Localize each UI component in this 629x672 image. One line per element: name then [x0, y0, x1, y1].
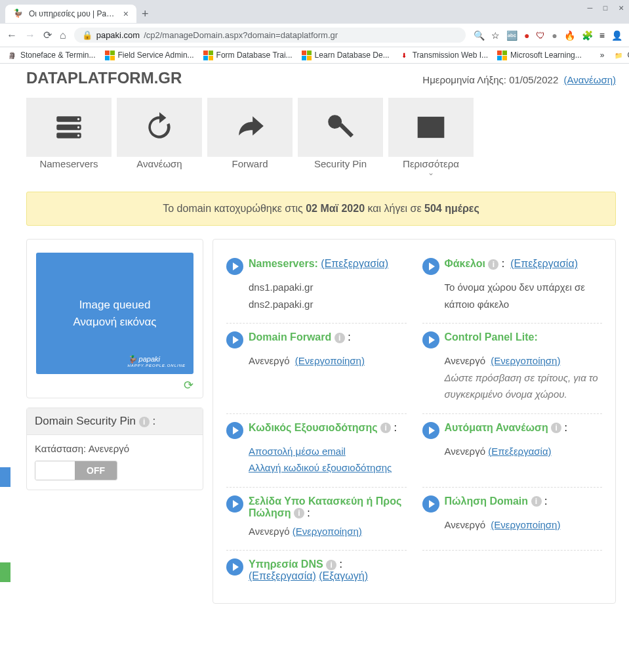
- microsoft-icon: [203, 51, 213, 60]
- info-icon[interactable]: i: [488, 259, 498, 270]
- security-pin-box: Domain Security Pin i : Κατάσταση: Ανενε…: [26, 408, 203, 490]
- sell-domain-setting: Πώληση Domain i : Ανενεργό (Ενεργοποίηση…: [422, 488, 603, 551]
- arrow-icon: [226, 495, 243, 513]
- extension1-icon[interactable]: ●: [524, 30, 529, 41]
- auth-code-setting: Κωδικός Εξουσιοδότησης i : Αποστολή μέσω…: [226, 414, 407, 488]
- action-label: Security Pin: [298, 158, 383, 176]
- change-auth-code-link[interactable]: Αλλαγή κωδικού εξουσιοδότησης: [249, 462, 392, 473]
- renew-tile[interactable]: [117, 98, 202, 157]
- action-label: Nameservers: [26, 158, 112, 176]
- arrow-icon: [422, 258, 439, 275]
- browser-tab[interactable]: 🦆 Οι υπηρεσίες μου | Papaki Contr... ×: [5, 5, 136, 23]
- svg-point-3: [77, 118, 79, 120]
- refresh-preview-icon[interactable]: ⟳: [27, 378, 203, 392]
- enable-forward-link[interactable]: (Ενεργοποίηση): [295, 355, 365, 366]
- enable-construction-link[interactable]: (Ενεργοποίηση): [293, 526, 362, 537]
- bookmark-item[interactable]: Learn Database De...: [302, 51, 390, 60]
- svg-rect-7: [339, 123, 354, 137]
- enable-sell-link[interactable]: (Ενεργοποίηση): [491, 519, 560, 530]
- info-icon[interactable]: i: [551, 423, 561, 433]
- under-construction-setting: Σελίδα Υπο Κατασκεύη ή Προς Πώληση i : Α…: [226, 488, 407, 551]
- bookmarks-overflow-icon[interactable]: »: [600, 51, 605, 60]
- arrow-icon: [226, 331, 243, 348]
- translate-icon[interactable]: 🔤: [506, 30, 517, 41]
- forward-tile[interactable]: [207, 98, 293, 157]
- back-button[interactable]: ←: [7, 30, 17, 41]
- site-preview: Image queued Αναμονή εικόνας 🦆 papakiHAP…: [36, 253, 193, 374]
- arrow-icon: [422, 495, 439, 513]
- profile-icon[interactable]: 👤: [611, 30, 622, 41]
- action-labels: Nameservers Ανανέωση Forward Security Pi…: [26, 158, 616, 176]
- folders-setting: Φάκελοι i : (Επεξεργασία) Το όνομα χώρου…: [422, 250, 603, 324]
- domain-name: DATAPLATFORM.GR: [26, 69, 182, 87]
- tab-close-icon[interactable]: ×: [123, 9, 129, 19]
- enable-cpl-link[interactable]: (Ενεργοποίηση): [491, 355, 560, 366]
- security-pin-tile[interactable]: [298, 98, 383, 157]
- microsoft-icon: [105, 51, 115, 60]
- window-controls: — ☐ ✕: [588, 3, 624, 12]
- extensions-icon[interactable]: 🧩: [582, 30, 593, 41]
- info-icon[interactable]: i: [139, 417, 150, 427]
- bookmark-item[interactable]: Field Service Admin...: [105, 51, 194, 60]
- renew-link[interactable]: (Ανανέωση): [564, 74, 616, 85]
- microsoft-icon: [302, 51, 312, 60]
- reload-button[interactable]: ⟳: [43, 29, 52, 41]
- nav-bar: ← → ⟳ ⌂ 🔒 papaki.com/cp2/manageDomain.as…: [0, 24, 629, 47]
- info-icon[interactable]: i: [326, 560, 336, 570]
- export-dns-link[interactable]: (Εξαγωγή): [319, 570, 368, 581]
- extension3-icon[interactable]: 🔥: [564, 30, 575, 41]
- left-column: Image queued Αναμονή εικόνας 🦆 papakiHAP…: [26, 239, 203, 604]
- transmission-icon: ⬇: [399, 50, 409, 60]
- edit-dns-link[interactable]: (Επεξεργασία): [249, 570, 316, 581]
- svg-point-5: [77, 135, 79, 136]
- edit-nameservers-link[interactable]: (Επεξεργασία): [321, 258, 388, 269]
- edit-folders-link[interactable]: (Επεξεργασία): [510, 258, 578, 269]
- info-icon[interactable]: i: [531, 496, 542, 507]
- arrow-icon: [226, 422, 243, 439]
- close-window-button[interactable]: ✕: [619, 3, 624, 12]
- settings-icon[interactable]: ≡: [599, 30, 605, 41]
- chevron-down-icon: ⌄: [388, 169, 474, 176]
- star-icon[interactable]: ☆: [491, 30, 500, 41]
- autorenew-setting: Αυτόματη Ανανέωση i : Ανενεργό (Επεξεργα…: [422, 414, 603, 488]
- info-icon[interactable]: i: [294, 508, 304, 518]
- bookmarks-bar: 🗿Stoneface & Termin... Field Service Adm…: [0, 47, 629, 64]
- extension2-icon[interactable]: ●: [552, 30, 557, 41]
- home-button[interactable]: ⌂: [60, 30, 66, 41]
- other-bookmarks[interactable]: 📁Other bo: [613, 50, 629, 60]
- nameservers-tile[interactable]: [26, 98, 112, 157]
- more-tile[interactable]: [388, 98, 474, 157]
- info-icon[interactable]: i: [380, 423, 391, 433]
- edit-autorenew-link[interactable]: (Επεξεργασία): [488, 446, 551, 457]
- dns-service-setting: Υπηρεσία DNS i : (Επεξεργασία) (Εξαγωγή): [226, 551, 407, 593]
- microsoft-icon: [497, 51, 507, 60]
- pin-toggle[interactable]: OFF: [35, 461, 117, 480]
- refresh-icon: [143, 111, 176, 144]
- bookmark-item[interactable]: Microsoft Learning...: [497, 51, 582, 60]
- bookmark-item[interactable]: ⬇Transmission Web I...: [399, 50, 488, 60]
- minimize-button[interactable]: —: [588, 3, 593, 12]
- arrow-icon: [422, 331, 439, 348]
- action-row: [26, 98, 616, 157]
- registration-notice: Το domain κατοχυρώθηκε στις 02 Μαϊ 2020 …: [26, 192, 616, 226]
- zoom-icon[interactable]: 🔍: [474, 30, 485, 41]
- maximize-button[interactable]: ☐: [603, 3, 608, 12]
- arrow-icon: [226, 258, 243, 275]
- key-icon: [324, 111, 357, 144]
- domain-header: DATAPLATFORM.GR Ημερομηνία Λήξης: 01/05/…: [26, 64, 616, 98]
- action-label: Forward: [207, 158, 293, 176]
- info-icon[interactable]: i: [335, 333, 345, 343]
- toolbar-icons: 🔍 ☆ 🔤 ● 🛡 ● 🔥 🧩 ≡ 👤: [474, 30, 622, 41]
- pin-status: Κατάσταση: Ανενεργό: [35, 443, 195, 454]
- bookmark-item[interactable]: 🗿Stoneface & Termin...: [7, 50, 96, 60]
- send-auth-email-link[interactable]: Αποστολή μέσω email: [249, 446, 346, 457]
- adblock-icon[interactable]: 🛡: [536, 30, 545, 41]
- forward-icon: [233, 111, 266, 144]
- action-label: Περισσότερα⌄: [388, 158, 474, 176]
- sidebar-indicator: [0, 467, 10, 487]
- forward-button[interactable]: →: [25, 30, 35, 41]
- address-bar[interactable]: 🔒 papaki.com/cp2/manageDomain.aspx?domai…: [74, 28, 466, 43]
- new-tab-button[interactable]: +: [136, 5, 154, 24]
- bookmark-item[interactable]: Form Database Trai...: [203, 51, 293, 60]
- page-content: DATAPLATFORM.GR Ημερομηνία Λήξης: 01/05/…: [0, 64, 629, 617]
